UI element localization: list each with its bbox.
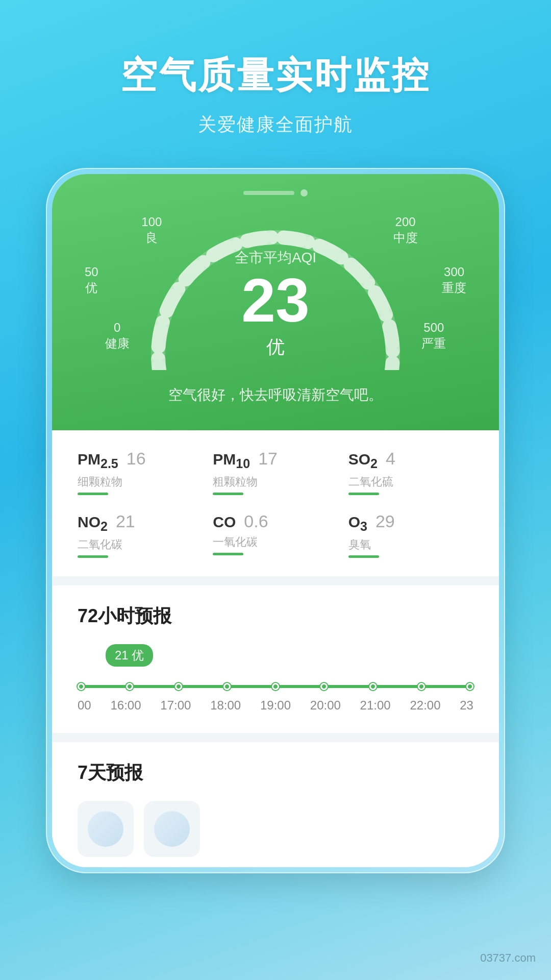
pollutant-section: PM2.5 16 细颗粒物 PM10 17 粗颗粒物 [52,430,499,576]
time-label: 20:00 [310,698,341,713]
pollutant-name-pm10: PM10 [213,451,250,471]
pollutant-label-pm10: 粗颗粒物 [213,474,338,489]
pollutant-label-pm25: 细颗粒物 [78,474,203,489]
scale-label-50: 50 优 [85,264,98,296]
aqi-description: 空气很好，快去呼吸清新空气吧。 [72,385,479,410]
timeline-dot [320,683,328,690]
time-label: 19:00 [260,698,291,713]
time-label: 17:00 [160,698,191,713]
pollutant-no2: NO2 21 二氧化碳 [78,511,203,558]
notch-dot [300,189,308,197]
pollutant-bar-co [213,553,243,555]
timeline-container: 21 优 [78,644,473,718]
sevenday-row [78,801,473,857]
pollutant-val-o3: 29 [375,511,395,531]
timeline-badge: 21 优 [106,644,153,667]
aqi-label: 全市平均AQI [235,248,316,267]
page-subtitle: 关爱健康全面护航 [20,112,531,137]
time-label: 22:00 [410,698,440,713]
notch-line [243,191,294,195]
scale-label-0: 0 健康 [105,320,130,351]
pollutant-bar-pm10 [213,493,243,495]
timeline-dot [418,683,425,690]
timeline-dot [126,683,133,690]
scale-label-500: 500 严重 [421,320,446,351]
pollutant-bar-so2 [348,493,379,495]
forecast-7d-section: 7天预报 [52,742,499,867]
pollutant-name-pm25: PM2.5 [78,451,118,471]
phone-frame: 0 健康 50 优 100 良 200 中度 [46,168,505,873]
time-label: 00 [78,698,91,713]
time-label: 21:00 [360,698,391,713]
watermark: 03737.com [480,951,536,965]
pollutant-val-co: 0.6 [244,511,268,531]
timeline-labels: 00 16:00 17:00 18:00 19:00 20:00 21:00 2… [78,698,473,713]
scale-label-100: 100 良 [141,214,162,246]
phone-inner: 0 健康 50 优 100 良 200 中度 [52,174,499,867]
pollutant-name-so2: SO2 [348,451,378,471]
scale-label-300: 300 重度 [442,264,466,296]
timeline-dot [223,683,231,690]
gauge-container: 0 健康 50 优 100 良 200 中度 [72,207,479,380]
day-card [78,801,134,857]
page-title: 空气质量实时监控 [20,51,531,100]
timeline-dot [78,683,85,690]
pollutant-val-pm10: 17 [258,449,278,469]
scale-label-200: 200 中度 [393,214,418,246]
timeline-dot [466,683,473,690]
pollutant-label-so2: 二氧化硫 [348,474,473,489]
pollutant-pm10: PM10 17 粗颗粒物 [213,449,338,495]
pollutant-name-co: CO [213,513,236,531]
pollutant-bar-o3 [348,555,379,558]
aqi-section: 0 健康 50 优 100 良 200 中度 [52,174,499,430]
timeline-dot [369,683,377,690]
day-icon [154,811,190,847]
forecast-72h-title: 72小时预报 [78,604,473,629]
pollutant-pm25: PM2.5 16 细颗粒物 [78,449,203,495]
pollutant-name-o3: O3 [348,513,367,534]
aqi-quality: 优 [235,335,316,360]
timeline-dots [78,683,473,690]
day-card [144,801,200,857]
aqi-value: 23 [235,270,316,331]
pollutant-label-co: 一氧化碳 [213,534,338,550]
phone-wrapper: 0 健康 50 优 100 良 200 中度 [0,168,551,873]
pollutant-o3: O3 29 臭氧 [348,511,473,558]
page-header: 空气质量实时监控 关爱健康全面护航 [0,0,551,168]
forecast-72h-section: 72小时预报 21 优 [52,585,499,733]
pollutant-name-no2: NO2 [78,513,108,534]
pollutant-label-no2: 二氧化碳 [78,537,203,552]
pollutant-bar-no2 [78,555,108,558]
time-label: 23 [460,698,473,713]
timeline-track [78,685,473,688]
pollutant-co: CO 0.6 一氧化碳 [213,511,338,558]
gauge-center: 全市平均AQI 23 优 [235,248,316,360]
timeline-dot [272,683,279,690]
pollutant-val-no2: 21 [116,511,135,531]
pollutant-grid: PM2.5 16 细颗粒物 PM10 17 粗颗粒物 [78,449,473,558]
forecast-7d-title: 7天预报 [78,761,473,786]
pollutant-val-pm25: 16 [127,449,146,469]
pollutant-bar-pm25 [78,493,108,495]
pollutant-val-so2: 4 [386,449,395,469]
pollutant-so2: SO2 4 二氧化硫 [348,449,473,495]
timeline-dot [175,683,182,690]
notch-bar [72,189,479,197]
day-icon [88,811,123,847]
time-label: 18:00 [210,698,241,713]
pollutant-label-o3: 臭氧 [348,537,473,552]
time-label: 16:00 [110,698,141,713]
